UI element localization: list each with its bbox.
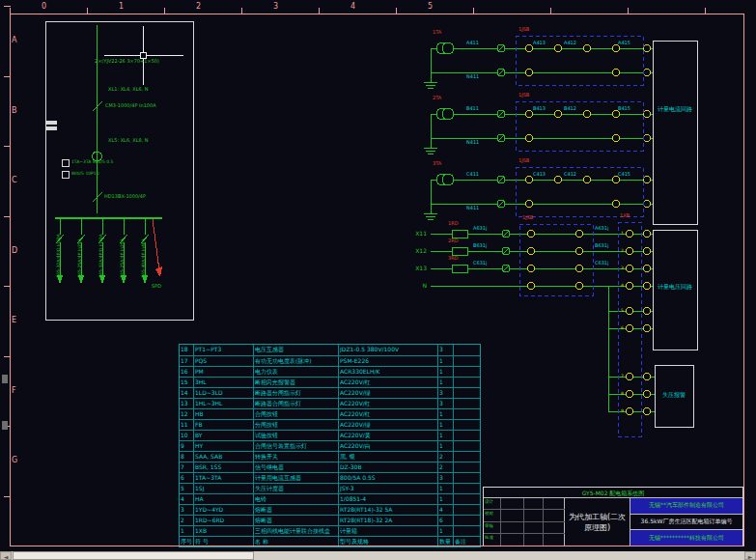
ruler-col-label: 0: [42, 3, 46, 11]
cad-sheet[interactable]: 2×(YJV22-26 3×70+1×50) XL1: XL4, XL6, N …: [0, 0, 756, 560]
terminal-number: 2: [621, 249, 624, 254]
ruler-tick: [396, 8, 397, 14]
ruler-col-label: 4: [350, 3, 355, 11]
ruler-col-label: 2: [196, 3, 201, 11]
ruler-row-label: F: [12, 387, 16, 395]
ruler-tick: [319, 8, 320, 14]
ruler-tick: [4, 216, 11, 217]
terminal-number: 9: [621, 409, 624, 414]
terminal-number: 5: [621, 309, 624, 314]
ruler-row-label: C: [12, 177, 17, 184]
ruler-tick: [705, 8, 706, 14]
terminal-number: 8: [621, 392, 624, 397]
layout-margin-mark: [2, 375, 8, 383]
ruler-left: ABCDEFG: [0, 0, 12, 546]
horizontal-scrollbar[interactable]: ◄ ►: [0, 551, 756, 560]
ruler-tick: [4, 286, 11, 287]
ruler-tick: [4, 76, 11, 77]
scrollbar-thumb[interactable]: [13, 551, 254, 560]
ruler-tick: [87, 8, 88, 14]
ruler-tick: [4, 146, 11, 147]
ruler-tick: [550, 8, 551, 14]
ruler-row-label: B: [12, 107, 17, 115]
scroll-left-icon[interactable]: ◄: [0, 551, 12, 560]
ruler-tick: [4, 6, 11, 7]
layout-margin-mark: [2, 421, 8, 430]
terminal-number: 6: [621, 326, 624, 331]
ruler-row-label: E: [12, 317, 16, 324]
terminal-number: 4: [621, 284, 624, 289]
ruler-row-label: G: [12, 457, 17, 464]
ruler-tick: [4, 356, 11, 357]
terminal-number: 7: [621, 375, 624, 379]
terminal-number: 1: [621, 232, 624, 237]
ruler-tick: [628, 8, 629, 14]
ruler-top: 012345: [0, 0, 756, 14]
ruler-tick: [473, 8, 474, 14]
terminal-number: 3: [621, 266, 624, 271]
sheet-border: [10, 14, 744, 546]
ruler-col-label: 1: [119, 3, 124, 11]
ruler-col-label: 5: [428, 3, 433, 11]
ruler-col-label: 3: [273, 3, 278, 11]
ruler-tick: [241, 8, 242, 14]
scroll-right-icon[interactable]: ►: [744, 551, 756, 560]
ruler-row-label: A: [12, 37, 16, 44]
ruler-tick: [4, 496, 11, 497]
ruler-row-label: D: [12, 247, 17, 255]
ruler-tick: [164, 8, 165, 14]
